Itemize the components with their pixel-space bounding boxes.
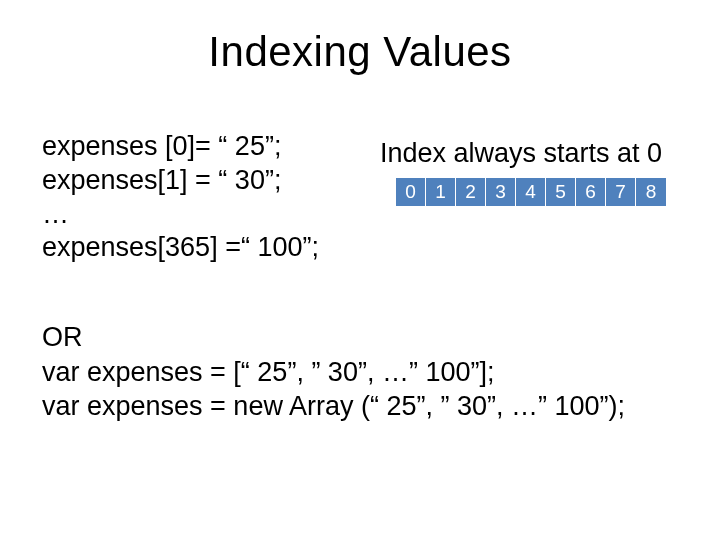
index-caption: Index always starts at 0: [380, 138, 662, 169]
code-line: var expenses = new Array (“ 25”, ” 30”, …: [42, 389, 625, 424]
code-block-bottom: OR var expenses = [“ 25”, ” 30”, …” 100”…: [42, 320, 625, 424]
slide: Indexing Values expenses [0]= “ 25”; exp…: [0, 0, 720, 540]
index-cell: 3: [486, 178, 516, 206]
index-cell: 1: [426, 178, 456, 206]
code-line: expenses [0]= “ 25”;: [42, 130, 319, 164]
index-cell: 5: [546, 178, 576, 206]
index-array: 0 1 2 3 4 5 6 7 8: [396, 178, 666, 206]
index-cell: 6: [576, 178, 606, 206]
index-cell: 2: [456, 178, 486, 206]
code-line: expenses[365] =“ 100”;: [42, 231, 319, 265]
code-line: …: [42, 198, 319, 232]
code-line: var expenses = [“ 25”, ” 30”, …” 100”];: [42, 355, 625, 390]
code-line: expenses[1] = “ 30”;: [42, 164, 319, 198]
code-line: OR: [42, 320, 625, 355]
index-cell: 0: [396, 178, 426, 206]
index-cell: 7: [606, 178, 636, 206]
index-cell: 4: [516, 178, 546, 206]
code-block-top: expenses [0]= “ 25”; expenses[1] = “ 30”…: [42, 130, 319, 265]
slide-title: Indexing Values: [0, 28, 720, 76]
index-cell: 8: [636, 178, 666, 206]
